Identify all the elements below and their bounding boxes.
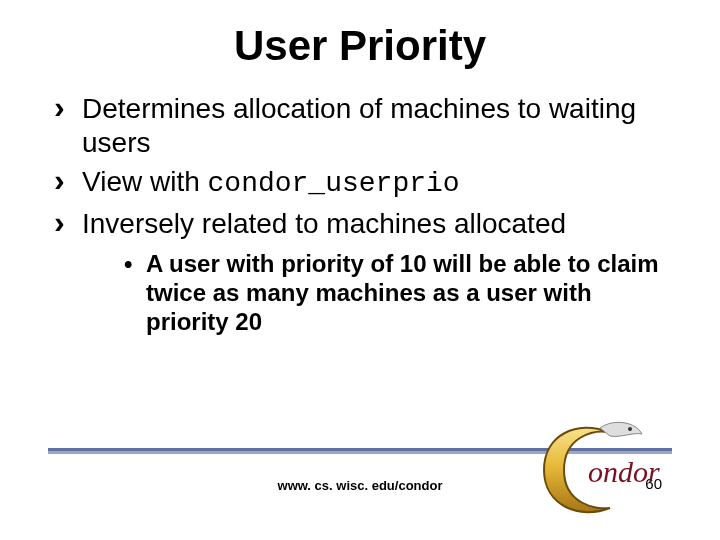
bullet-item: View with condor_userprio (54, 165, 670, 201)
bullet-text: Determines allocation of machines to wai… (82, 93, 636, 158)
sub-bullet-item: A user with priority of 10 will be able … (124, 250, 670, 336)
logo-text: ondor (588, 455, 660, 488)
bullet-text: Inversely related to machines allocated (82, 208, 566, 239)
bullet-code: condor_userprio (208, 168, 460, 199)
bullet-list: Determines allocation of machines to wai… (54, 92, 670, 240)
bullet-item: Determines allocation of machines to wai… (54, 92, 670, 159)
bullet-text-prefix: View with (82, 166, 208, 197)
sub-bullet-text: A user with priority of 10 will be able … (146, 250, 659, 335)
sub-bullet-list: A user with priority of 10 will be able … (124, 250, 670, 336)
slide-title: User Priority (50, 22, 670, 70)
condor-logo: ondor (530, 412, 680, 522)
slide: User Priority Determines allocation of m… (0, 0, 720, 540)
bullet-item: Inversely related to machines allocated (54, 207, 670, 241)
svg-point-0 (628, 427, 632, 431)
